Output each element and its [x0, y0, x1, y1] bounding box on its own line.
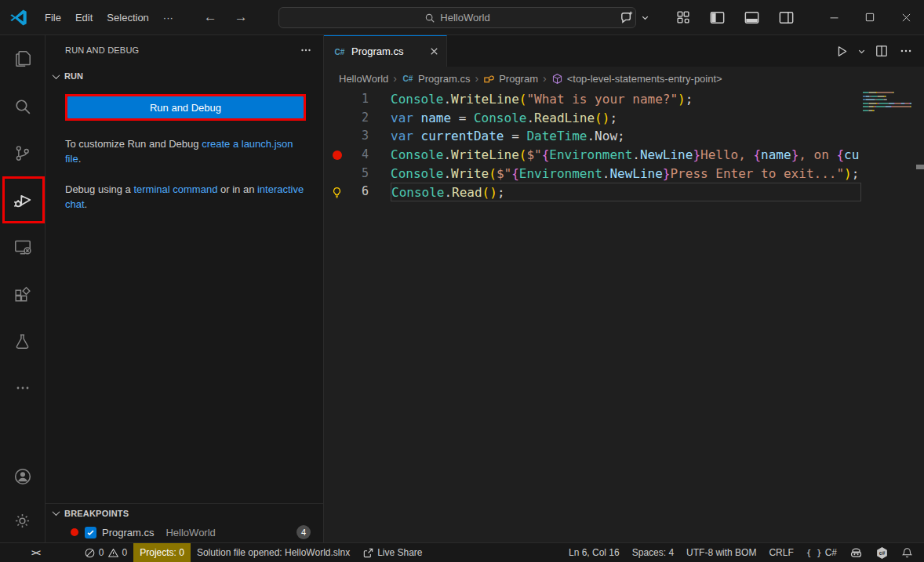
activity-item-settings[interactable] — [0, 499, 45, 542]
copilot-button[interactable] — [615, 5, 651, 30]
activity-item-testing[interactable] — [0, 317, 45, 364]
code-token: . — [602, 166, 610, 181]
line-number: 3 — [350, 127, 369, 146]
toggle-secondary-sidebar-icon[interactable] — [774, 5, 798, 30]
status-indentation[interactable]: Spaces: 4 — [626, 543, 680, 562]
more-menu-button[interactable]: ··· — [156, 8, 180, 27]
status-language-mode[interactable]: { }C# — [800, 543, 843, 562]
activity-item-run-and-debug[interactable] — [0, 176, 45, 223]
search-icon — [424, 13, 435, 24]
code-token: ; — [609, 111, 617, 125]
code-token: Press Enter to exit..." — [670, 166, 844, 181]
minimap[interactable] — [861, 90, 916, 542]
code-editor[interactable]: 1Console.WriteLine("What is your name?")… — [324, 90, 861, 542]
status-solution-message[interactable]: Solution file opened: HelloWorld.slnx — [191, 543, 356, 562]
code-text[interactable]: Console.Write($"{Environment.NewLine}Pre… — [391, 165, 861, 183]
activity-item-extensions[interactable] — [0, 270, 45, 317]
activity-item-accounts[interactable] — [0, 455, 45, 499]
code-token: () — [595, 111, 609, 125]
help-text: To customize Run and Debug — [65, 138, 202, 150]
window-close-button[interactable] — [888, 0, 924, 34]
activity-item-more-views[interactable] — [0, 364, 45, 412]
help-link[interactable]: terminal command — [133, 183, 217, 195]
menu-edit[interactable]: Edit — [68, 8, 100, 27]
help-text: . — [85, 198, 88, 210]
code-token: ( — [519, 147, 527, 162]
svg-text:C#: C# — [335, 48, 345, 56]
code-token: name — [761, 147, 791, 162]
more-actions-icon[interactable] — [896, 41, 916, 61]
breakpoints-header[interactable]: BREAKPOINTS — [45, 504, 323, 522]
activity-item-remote-explorer[interactable] — [0, 223, 45, 270]
toggle-panel-icon[interactable] — [740, 5, 764, 30]
lightbulb-icon[interactable] — [331, 187, 343, 198]
breadcrumb-item[interactable]: C#Program.cs — [402, 72, 470, 85]
split-editor-icon[interactable] — [871, 40, 893, 62]
status-projects[interactable]: Projects: 0 — [133, 543, 191, 562]
code-token: } — [791, 147, 799, 162]
forward-arrow-icon[interactable]: → — [235, 9, 248, 25]
toggle-primary-sidebar-icon[interactable] — [705, 5, 729, 30]
breakpoint-icon[interactable] — [333, 150, 342, 160]
gutter-glyph[interactable] — [324, 90, 350, 109]
remote-explorer-icon — [13, 237, 33, 257]
status-encoding[interactable]: UTF-8 with BOM — [680, 543, 762, 562]
gutter-glyph[interactable] — [324, 127, 350, 146]
gutter-glyph[interactable] — [324, 165, 350, 183]
window-maximize-button[interactable] — [852, 0, 888, 34]
gutter-glyph[interactable] — [324, 146, 350, 165]
activity-item-source-control[interactable] — [0, 129, 45, 176]
menu-file[interactable]: File — [38, 8, 68, 27]
code-token: NewLine — [640, 147, 693, 162]
status-notifications[interactable] — [895, 543, 919, 562]
activity-item-search[interactable] — [0, 82, 45, 129]
status-text: Projects: 0 — [140, 547, 184, 558]
breadcrumb-item[interactable]: HelloWorld — [339, 73, 388, 85]
scrollbar[interactable] — [916, 90, 924, 542]
menu-selection[interactable]: Selection — [100, 8, 155, 27]
status-eol[interactable]: CRLF — [762, 543, 799, 562]
tab-close-icon[interactable] — [428, 45, 440, 57]
bell-icon — [901, 547, 913, 559]
status-copilot-status[interactable] — [843, 543, 869, 562]
command-center-search[interactable]: HelloWorld — [278, 7, 636, 28]
code-text[interactable]: Console.Read(); — [391, 183, 861, 201]
gutter-glyph[interactable] — [324, 183, 350, 201]
run-or-debug-button[interactable] — [830, 40, 853, 63]
status-live-share[interactable]: Live Share — [356, 543, 428, 562]
status-remote[interactable]: >< — [25, 543, 46, 562]
run-and-debug-button[interactable]: Run and Debug — [67, 96, 304, 118]
code-text[interactable]: Console.WriteLine($"{Environment.NewLine… — [391, 146, 861, 165]
code-text[interactable]: var name = Console.ReadLine(); — [391, 109, 861, 128]
chevron-down-icon[interactable] — [856, 45, 868, 57]
window-minimize-button[interactable] — [816, 0, 852, 34]
breadcrumb-item[interactable]: <top-level-statements-entry-point> — [551, 73, 722, 85]
activity-item-explorer[interactable] — [0, 35, 45, 82]
breadcrumb-separator-icon: › — [543, 72, 547, 85]
menu-bar: FileEditSelection — [38, 8, 156, 27]
status-text: Ln 6, Col 16 — [569, 547, 620, 558]
breakpoint-checkbox[interactable] — [85, 527, 96, 538]
code-text[interactable]: Console.WriteLine("What is your name?"); — [391, 90, 861, 109]
code-token: () — [482, 185, 497, 200]
gutter-glyph[interactable] — [324, 109, 350, 128]
tab-program-cs[interactable]: C# Program.cs — [324, 35, 447, 67]
run-section-header[interactable]: RUN — [45, 67, 323, 85]
csharp-file-icon: C# — [402, 72, 414, 85]
customize-layout-icon[interactable] — [671, 5, 695, 30]
back-arrow-icon[interactable]: ← — [204, 9, 217, 25]
breadcrumb-item[interactable]: Program — [483, 73, 538, 85]
view-title: RUN AND DEBUG — [65, 45, 300, 55]
status-cursor-position[interactable]: Ln 6, Col 16 — [562, 543, 626, 562]
code-token: { — [511, 166, 519, 181]
code-token: Console — [391, 147, 443, 162]
breakpoint-list-item[interactable]: Program.cs HelloWorld 4 — [45, 522, 323, 542]
view-more-actions-icon[interactable] — [300, 44, 312, 56]
minimap-line — [863, 110, 916, 111]
status-problems[interactable]: 00 — [78, 543, 133, 562]
status-csharp-extension[interactable]: c# — [869, 543, 895, 562]
remote-icon: >< — [31, 548, 40, 557]
code-text[interactable]: var currentDate = DateTime.Now; — [391, 127, 861, 146]
code-token: Hello, — [700, 147, 753, 162]
account-icon — [13, 466, 33, 487]
